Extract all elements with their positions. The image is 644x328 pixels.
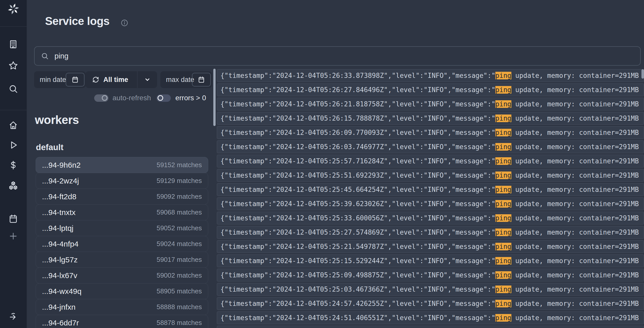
search-match-highlight: ping — [495, 186, 511, 193]
log-text: {"timestamp":"2024-12-04T05:26:27.846496… — [220, 86, 639, 94]
sidebar-divider — [0, 26, 27, 27]
min-date-placeholder: min date — [40, 71, 68, 88]
worker-name: ...94-2wz4j — [42, 177, 79, 185]
log-text: {"timestamp":"2024-12-04T05:25:33.600056… — [220, 214, 639, 222]
schedules-calendar-icon[interactable] — [8, 213, 19, 224]
log-row: {"timestamp":"2024-12-04T05:24:51.406551… — [217, 311, 644, 324]
worker-match-count: 59017 matches — [157, 256, 202, 264]
worker-row[interactable]: ...94-jnfxn 58888 matches — [36, 299, 208, 315]
time-range-main[interactable]: All time — [86, 71, 137, 88]
worker-row[interactable]: ...94-6dd7r 58878 matches — [36, 315, 208, 328]
search-match-highlight: ping — [495, 172, 511, 179]
calendar-icon[interactable] — [192, 73, 211, 87]
search-match-highlight: ping — [495, 100, 511, 108]
worker-name: ...94-lptqj — [42, 224, 73, 233]
log-text: {"timestamp":"2024-12-04T05:25:57.716284… — [220, 157, 639, 165]
time-range-dropdown[interactable] — [137, 71, 157, 88]
worker-name: ...94-6dd7r — [42, 319, 79, 327]
toggle-row: auto-refresh errors > 0 — [94, 94, 206, 102]
sidebar-divider — [0, 110, 27, 110]
search-icon[interactable] — [8, 83, 19, 94]
worker-row[interactable]: ...94-9h6n2 59152 matches — [36, 157, 208, 173]
log-text: {"timestamp":"2024-12-04T05:25:15.529244… — [220, 257, 639, 265]
worker-name: ...94-9h6n2 — [42, 161, 81, 169]
log-text: {"timestamp":"2024-12-04T05:25:27.574869… — [220, 229, 639, 236]
log-panel: {"timestamp":"2024-12-04T05:26:33.873898… — [217, 69, 644, 328]
log-row: {"timestamp":"2024-12-04T05:25:21.549787… — [217, 240, 644, 253]
search-match-highlight: ping — [495, 157, 511, 165]
add-plus-icon[interactable] — [8, 231, 19, 242]
worker-name: ...94-4nfp4 — [42, 240, 78, 248]
log-row: {"timestamp":"2024-12-04T05:25:33.600056… — [217, 212, 644, 224]
search-match-highlight: ping — [495, 229, 511, 236]
log-row: {"timestamp":"2024-12-04T05:25:45.664254… — [217, 183, 644, 196]
log-panel-scrollbar[interactable] — [641, 69, 644, 79]
log-row: {"timestamp":"2024-12-04T05:26:21.818758… — [217, 98, 644, 110]
collapse-sidebar-arrow-icon[interactable] — [8, 310, 19, 322]
log-row: {"timestamp":"2024-12-04T05:25:39.623026… — [217, 197, 644, 210]
sidebar — [0, 0, 27, 328]
worker-list-scrollbar[interactable] — [213, 69, 216, 126]
log-row: {"timestamp":"2024-12-04T05:26:03.746977… — [217, 140, 644, 153]
worker-row[interactable]: ...94-wx49q 58905 matches — [36, 283, 208, 299]
log-text: {"timestamp":"2024-12-04T05:24:51.406551… — [220, 314, 639, 322]
home-icon[interactable] — [8, 120, 19, 131]
min-date-field[interactable]: min date — [34, 71, 86, 88]
worker-match-count: 59024 matches — [157, 240, 202, 248]
errors-filter-label: errors > 0 — [175, 94, 206, 102]
errors-filter-toggle[interactable] — [157, 94, 171, 102]
search-match-highlight: ping — [495, 72, 511, 79]
auto-refresh-toggle[interactable] — [94, 94, 108, 102]
favorites-star-icon[interactable] — [8, 60, 19, 71]
log-row: {"timestamp":"2024-12-04T05:25:15.529244… — [217, 254, 644, 267]
log-text: {"timestamp":"2024-12-04T05:25:45.664254… — [220, 186, 639, 193]
worker-list: ...94-9h6n2 59152 matches ...94-2wz4j 59… — [36, 157, 208, 328]
windmill-logo-icon[interactable] — [7, 3, 20, 15]
worker-name: ...94-lx67v — [42, 271, 77, 280]
worker-row[interactable]: ...94-ft2d8 59092 matches — [36, 189, 208, 205]
worker-row[interactable]: ...94-2wz4j 59129 matches — [36, 173, 208, 189]
log-search-bar — [34, 46, 641, 66]
log-row: {"timestamp":"2024-12-04T05:25:57.716284… — [217, 155, 644, 167]
max-date-field[interactable]: max date — [160, 71, 212, 88]
search-match-highlight: ping — [495, 243, 511, 250]
worker-row[interactable]: ...94-lptqj 59052 matches — [36, 220, 208, 236]
log-text: {"timestamp":"2024-12-04T05:24:57.426255… — [220, 300, 639, 307]
worker-match-count: 58878 matches — [157, 319, 202, 327]
search-match-highlight: ping — [495, 271, 511, 279]
worker-match-count: 59068 matches — [157, 208, 202, 216]
runs-play-icon[interactable] — [8, 139, 19, 151]
worker-name: ...94-jnfxn — [42, 303, 76, 311]
worker-match-count: 59052 matches — [157, 224, 202, 232]
time-range-label: All time — [103, 76, 128, 84]
search-input[interactable] — [54, 52, 634, 60]
worker-row[interactable]: ...94-tnxtx 59068 matches — [36, 204, 208, 220]
log-text: {"timestamp":"2024-12-04T05:25:21.549787… — [220, 243, 639, 250]
info-icon[interactable] — [120, 19, 129, 27]
log-text: {"timestamp":"2024-12-04T05:26:21.818758… — [220, 100, 639, 108]
worker-row[interactable]: ...94-lx67v 59002 matches — [36, 267, 208, 283]
auto-refresh-label: auto-refresh — [113, 94, 151, 102]
worker-match-count: 59129 matches — [157, 177, 202, 185]
calendar-icon[interactable] — [66, 73, 85, 87]
log-row: {"timestamp":"2024-12-04T05:25:03.467366… — [217, 283, 644, 296]
worker-match-count: 59092 matches — [157, 193, 202, 201]
log-row: {"timestamp":"2024-12-04T05:26:27.846496… — [217, 83, 644, 96]
worker-match-count: 59152 matches — [157, 161, 202, 169]
resources-boxes-icon[interactable] — [8, 180, 19, 191]
worker-row[interactable]: ...94-4nfp4 59024 matches — [36, 236, 208, 252]
worker-match-count: 58888 matches — [157, 303, 202, 311]
worker-name: ...94-wx49q — [42, 287, 81, 296]
max-date-placeholder: max date — [166, 71, 194, 88]
log-row: {"timestamp":"2024-12-04T05:26:33.873898… — [217, 69, 644, 82]
log-text: {"timestamp":"2024-12-04T05:26:03.746977… — [220, 143, 639, 151]
service-logs-page: Service logs min date All time max date — [0, 0, 644, 328]
log-row: {"timestamp":"2024-12-04T05:26:15.788878… — [217, 112, 644, 125]
search-match-highlight: ping — [495, 200, 511, 208]
worker-row[interactable]: ...94-lg57z 59017 matches — [36, 252, 208, 268]
time-range-button[interactable]: All time — [86, 71, 157, 88]
workspace-building-icon[interactable] — [8, 39, 19, 50]
worker-match-count: 59002 matches — [157, 272, 202, 279]
variables-dollar-icon[interactable] — [8, 160, 19, 171]
log-text: {"timestamp":"2024-12-04T05:25:39.623026… — [220, 200, 639, 208]
